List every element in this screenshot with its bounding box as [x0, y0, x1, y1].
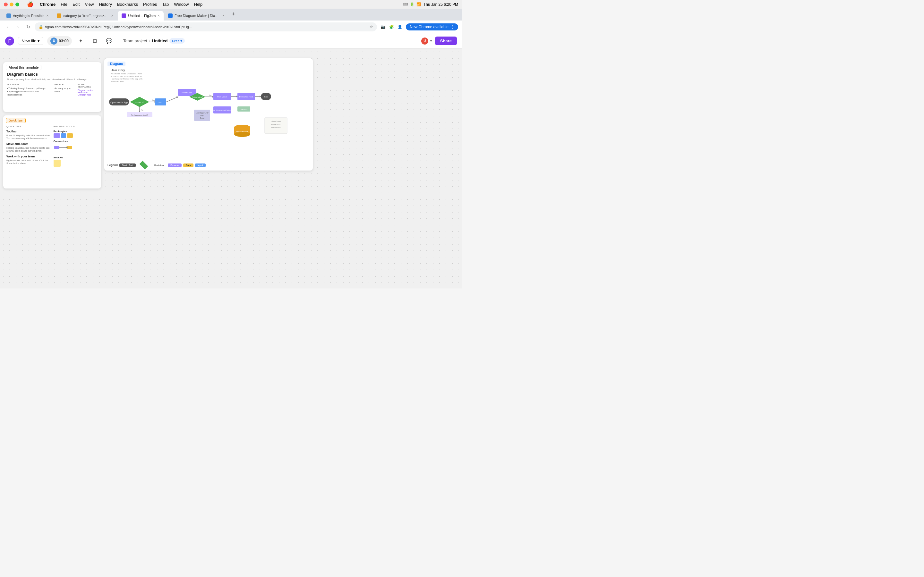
new-file-button[interactable]: New file ▾ [18, 37, 43, 45]
time-display: ⌨🔋📶 Thu Jan 25 6:20 PM [403, 2, 458, 7]
svg-text:No (animates back!): No (animates back!) [131, 114, 148, 116]
timer-display: 03:00 [59, 39, 69, 43]
tab-2-favicon [57, 13, 61, 18]
url-text: figma.com/file/savzkKu95B40x9lNdLPegQ/Un… [45, 25, 368, 29]
diagram-content: User story As a Social Media Enthusiast,… [104, 58, 313, 171]
chrome-available-chevron: ⋮ [451, 25, 454, 29]
tab-3-close[interactable]: × [158, 13, 160, 18]
basics-col-1: GOOD FOR • Thinking through flows and pa… [7, 83, 52, 96]
breadcrumb-current: Untitled [152, 39, 168, 43]
diagram-basics-card[interactable]: About this template Diagram basics Draw … [3, 62, 101, 112]
refresh-button[interactable]: ↻ [24, 23, 32, 31]
tips-rectangles: Rectangles [53, 130, 98, 138]
extensions-icon[interactable]: 🧩 [388, 23, 395, 31]
svg-text:Post Modal: Post Modal [217, 96, 227, 98]
tab-1[interactable]: Anything is Possible × [3, 11, 52, 21]
system-icons: ⌨🔋📶 [403, 2, 421, 6]
grid-view-button[interactable]: ⊞ [90, 36, 100, 46]
tips-content: QUICK TIPS Toolbar Press 'S' to quickly … [3, 115, 101, 171]
minimize-traffic-light[interactable] [10, 3, 13, 6]
link-concept-map[interactable]: Concept map [78, 93, 97, 96]
menu-edit[interactable]: Edit [73, 2, 79, 7]
svg-text:Add Photos and Submit: Add Photos and Submit [212, 109, 232, 111]
clock: Thu Jan 25 6:20 PM [423, 2, 458, 7]
back-button[interactable]: ‹ [4, 23, 11, 31]
basics-title: Diagram basics [7, 72, 97, 77]
user-chevron[interactable]: ▾ [430, 39, 432, 43]
apple-icon: 🍎 [27, 1, 33, 7]
tab-2-title: category (a "tree", organized... [63, 14, 109, 18]
menu-history[interactable]: History [99, 2, 111, 7]
magic-button[interactable]: ✦ [76, 36, 86, 46]
legend-area: Legend Start / End Decision Process Data… [107, 163, 206, 167]
menu-profiles[interactable]: Profiles [143, 2, 157, 7]
svg-text:Guest: Guest [200, 117, 204, 119]
tips-left: QUICK TIPS Toolbar Press 'S' to quickly … [6, 125, 51, 168]
legend-decision: Decision [152, 163, 166, 167]
tips-right: HELPFUL TOOLS Rectangles Connectors [53, 125, 98, 168]
menu-bar: 🍎 Chrome File Edit View History Bookmark… [0, 0, 462, 9]
link-flow-chart[interactable]: Flow chart [78, 91, 97, 93]
link-diagram-basics[interactable]: Diagram basics [78, 89, 97, 91]
svg-text:Yes: Yes [152, 99, 155, 101]
tab-3-title: Untitled – FigJam [128, 14, 156, 18]
new-tab-button[interactable]: + [229, 10, 238, 19]
forward-button[interactable]: › [14, 23, 22, 31]
breadcrumb-area: Team project / Untitled Free ▾ [123, 38, 185, 44]
tab-bar: Anything is Possible × category (a "tree… [0, 9, 462, 21]
plan-badge[interactable]: Free ▾ [170, 38, 184, 44]
comments-button[interactable]: 💬 [104, 36, 114, 46]
tab-2[interactable]: category (a "tree", organized... × [53, 11, 117, 21]
svg-text:Exit: Exit [264, 96, 268, 98]
breadcrumb-team[interactable]: Team project [123, 39, 147, 43]
menu-tab[interactable]: Tab [162, 2, 169, 7]
svg-text:User story: User story [111, 69, 125, 72]
breadcrumb-separator: / [149, 39, 150, 43]
screenshot-icon[interactable]: 📷 [380, 23, 387, 31]
url-bar[interactable]: 🔒 figma.com/file/savzkKu95B40x9lNdLPegQ/… [35, 23, 377, 31]
svg-text:Open Mobile App: Open Mobile App [110, 101, 128, 104]
svg-line-23 [166, 97, 178, 102]
share-button[interactable]: Share [435, 37, 457, 45]
close-traffic-light[interactable] [4, 3, 8, 6]
menu-bookmarks[interactable]: Bookmarks [117, 2, 138, 7]
tab-4-title: Free Diagram Maker | Diagra... [174, 14, 220, 18]
tab-3-favicon [121, 13, 126, 18]
legend-start-end: Start / End [120, 163, 136, 167]
basics-col-3: MORE TEMPLATES Diagram basics Flow chart… [78, 83, 97, 96]
svg-text:Refreshed Feed: Refreshed Feed [239, 96, 253, 98]
menu-help[interactable]: Help [194, 2, 203, 7]
chrome-available-text: New Chrome available [410, 25, 449, 29]
quick-tips-card[interactable]: Quick tips QUICK TIPS Toolbar Press 'S' … [3, 115, 101, 189]
tab-4-favicon [168, 13, 173, 18]
canvas[interactable]: About this template Diagram basics Draw … [0, 49, 462, 288]
figjam-toolbar: F New file ▾ U 03:00 ✦ ⊞ 💬 Team project … [0, 33, 462, 49]
tab-3[interactable]: Untitled – FigJam × [118, 11, 164, 21]
user-avatar: U [50, 37, 57, 45]
tab-4-close[interactable]: × [222, 13, 225, 18]
diagram-card[interactable]: Diagram User story As a Social Media Ent… [104, 58, 313, 171]
svg-point-42 [234, 132, 250, 137]
fullscreen-traffic-light[interactable] [15, 3, 19, 6]
tips-zoom: Move and Zoom Holding Spacebar, use the … [6, 142, 51, 152]
chrome-available-button[interactable]: New Chrome available ⋮ [406, 23, 458, 31]
tab-4[interactable]: Free Diagram Maker | Diagra... × [164, 11, 228, 21]
menu-file[interactable]: File [61, 2, 67, 7]
tips-connectors: Connectors [53, 140, 98, 154]
svg-rect-1 [67, 146, 72, 149]
basics-col-2: PEOPLE As many as you want! [55, 83, 75, 96]
tab-2-close[interactable]: × [111, 13, 113, 18]
current-user-avatar[interactable]: U [421, 37, 428, 45]
tab-1-close[interactable]: × [46, 13, 48, 18]
user-profile-icon[interactable]: 👤 [396, 23, 403, 31]
svg-text:App Database: App Database [236, 131, 249, 132]
legend-data: Data [183, 163, 193, 167]
svg-text:Login Opportunity: Login Opportunity [196, 112, 208, 114]
menu-view[interactable]: View [85, 2, 94, 7]
breadcrumb: Team project / Untitled [123, 39, 168, 43]
figjam-logo[interactable]: F [5, 37, 14, 45]
bookmark-icon[interactable]: ☆ [370, 25, 373, 29]
app-name: Chrome [40, 2, 55, 7]
menu-window[interactable]: Window [174, 2, 189, 7]
user-area: U ▾ [421, 37, 432, 45]
